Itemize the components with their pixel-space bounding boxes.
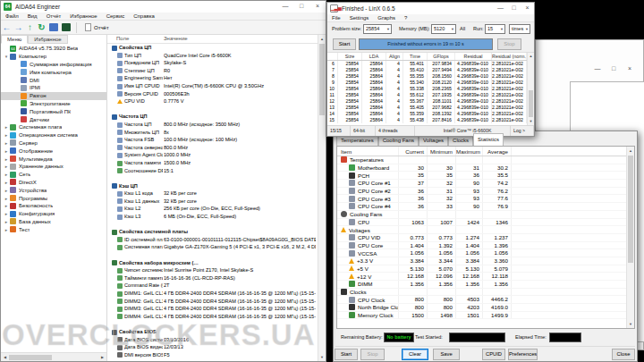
minimize-icon[interactable]: — [589, 63, 606, 75]
tab-statistics[interactable]: Statistics [473, 133, 504, 146]
close-icon[interactable]: × [521, 3, 534, 14]
tree-expander-icon[interactable]: ▸ [3, 180, 10, 185]
sidebar-item[interactable]: Разгон [1, 92, 106, 100]
table-row[interactable]: 112585425864455.612207.19354.296839e-010… [327, 92, 534, 98]
scrollbar-thumb[interactable] [319, 44, 325, 115]
memory-select[interactable]: 5120▼ [431, 24, 456, 34]
cpuid-button[interactable]: CPUID [482, 349, 505, 360]
maximize-icon[interactable]: □ [507, 3, 521, 14]
table-row[interactable]: 132585425864455.405207.96824.296839e-010… [327, 105, 534, 111]
maximize-icon[interactable]: □ [606, 63, 622, 75]
maximize-icon[interactable]: □ [293, 1, 309, 13]
statistics-section-row[interactable]: Cooling Fans [337, 211, 634, 219]
tree-expander-icon[interactable]: ▸ [3, 196, 10, 201]
tab-menu[interactable]: Меню [1, 35, 28, 44]
sidebar-item[interactable]: ▸Устройства [1, 186, 106, 194]
sidebar-hscrollbar[interactable]: ◀ ▶ [1, 352, 106, 361]
property-row[interactable]: Множитель ЦП8x [107, 129, 318, 137]
sidebar-item[interactable]: ▸Конфигурация [1, 210, 106, 218]
statistics-row[interactable]: DIMM1.3561.3561.3561.356 [337, 281, 634, 289]
property-row[interactable]: Системная платаGigabyte GA-Z170X-Gaming … [107, 243, 318, 251]
table-row[interactable]: 92585425864455.340208.21204.296839e-0102… [327, 80, 534, 86]
table-row[interactable]: 102585425864455.338208.23654.296839e-010… [327, 86, 534, 92]
property-row[interactable]: Степпинг ЦПR0 [107, 67, 318, 75]
property-row[interactable]: Кэш L1 данных32 КБ per core [107, 198, 318, 206]
sidebar-item[interactable]: ▸Системная плата [1, 123, 106, 131]
menu-item[interactable]: Сервис [102, 13, 130, 21]
tree-expander-icon[interactable]: ▸ [3, 124, 10, 130]
statistics-row[interactable]: CPU Core #336329377.6 [337, 195, 634, 203]
sidebar-item[interactable]: ▸База данных [1, 218, 106, 226]
property-row[interactable]: CPU VID0.7776 V [107, 97, 318, 105]
scrollbar-thumb[interactable] [628, 156, 633, 263]
property-row[interactable]: Тайминги памяти16-16-16-36 (CL-RCD-RP-RA… [107, 274, 318, 282]
run-count-select[interactable]: 15▼ [485, 24, 505, 34]
tree-expander-icon[interactable]: ▸ [3, 188, 10, 193]
sidebar-item[interactable]: Портативный ПК [1, 107, 106, 115]
statistics-row[interactable]: CPU Core1.4041.3921.4041.396 [337, 242, 634, 250]
tree-expander-icon[interactable]: ▸ [3, 132, 10, 138]
property-row[interactable]: ID системной платы63-0100-000001-0010111… [107, 236, 318, 244]
table-row[interactable]: 72585425864455.410207.94944.296839e-0102… [327, 67, 534, 73]
tree-expander-icon[interactable]: ▸ [3, 219, 10, 224]
statistics-row[interactable]: CPU Core #236319376.2 [337, 188, 634, 196]
menu-item[interactable]: Вид [23, 13, 42, 21]
property-row[interactable]: Command Rate (CR)2T [107, 282, 318, 290]
statistics-row[interactable]: CPU Clock80080045034466.2 [337, 296, 634, 304]
statistics-row[interactable]: +5 V5.1305.0705.1305.079 [337, 265, 634, 274]
menu-item[interactable]: Отчёт [42, 13, 66, 21]
statistics-scrollbar[interactable]: ▲ ▼ [626, 147, 634, 328]
scroll-up-icon[interactable]: ▲ [318, 35, 326, 43]
property-row[interactable]: Частота северного моста800.0 MHz [107, 144, 318, 152]
sidebar-item[interactable]: ▸Программы [1, 194, 106, 202]
sidebar-item[interactable]: Датчики [1, 115, 106, 123]
tree-expander-icon[interactable]: ▸ [3, 227, 10, 232]
section-row[interactable]: Свойства ЦП [107, 44, 318, 52]
menu-item[interactable]: Settings [345, 14, 374, 22]
section-row[interactable]: Свойства системной платы [107, 228, 318, 236]
property-row[interactable]: Тип ЦПQuadCore Intel Core i5-6600K [107, 52, 318, 60]
property-row[interactable]: Дата BIOS системы03/10/2016 [107, 336, 318, 344]
table-row[interactable]: 62585425864455.401207.98344.296839e-0102… [327, 61, 534, 67]
scroll-up-icon[interactable]: ▲ [627, 147, 634, 155]
property-row[interactable]: Соотношение DRAM:FSB15:1 [107, 167, 318, 175]
table-row[interactable]: 82585425864455.355208.15604.296839e-0102… [327, 73, 534, 80]
tree-expander-icon[interactable]: ▸ [3, 172, 10, 177]
minimize-icon[interactable]: — [277, 1, 293, 13]
stop-button[interactable]: Stop [497, 38, 521, 50]
report-button[interactable]: Отчёт [80, 21, 114, 33]
close-button[interactable]: Close [612, 349, 635, 360]
table-row[interactable]: 142585425864455.359208.13924.296839e-010… [327, 111, 534, 117]
start-button[interactable]: Start [333, 38, 356, 50]
tab-favorites[interactable]: Избранное [28, 35, 67, 44]
close-icon[interactable]: × [309, 1, 326, 13]
statistics-section-row[interactable]: Clocks [337, 289, 634, 297]
monitor-icon[interactable] [62, 23, 71, 31]
property-row[interactable]: DIMM2: GeIL CL16-16-16 D4…4 ГБ DDR4-2400… [107, 298, 318, 306]
table-row[interactable]: 152585425864455.438207.84164.296839e-010… [327, 117, 534, 123]
property-row[interactable]: Версия CPUID000506E3h [107, 90, 318, 98]
property-row[interactable]: Дата BIOS видеоадаптера12/03/13 [107, 343, 318, 351]
statistics-section-row[interactable]: Temperatures [337, 156, 634, 164]
run-units-select[interactable]: times▼ [509, 24, 530, 34]
property-row[interactable]: DMI версия BIOSF5 [107, 351, 318, 359]
section-row[interactable]: Частота ЦП [107, 113, 318, 121]
sidebar-item[interactable]: ▸Хранение данных [1, 163, 106, 171]
tree-expander-icon[interactable]: ▸ [3, 156, 10, 162]
property-row[interactable]: System Agent Clock1000.0 MHz [107, 151, 318, 159]
sidebar-item[interactable]: 64AIDA64 v5.75.3920 Beta [1, 45, 106, 53]
tree-expander-icon[interactable]: ▸ [3, 203, 10, 208]
sidebar-item[interactable]: ▾Компьютер [1, 53, 106, 61]
sidebar-item[interactable]: Суммарная информация [1, 61, 106, 69]
property-row[interactable]: Частота FSB100.0 MHz (исходное: 100 MHz) [107, 136, 318, 144]
close-icon[interactable]: × [622, 63, 638, 75]
property-row[interactable]: DIMM1: GeIL CL16-16-16 D4…4 ГБ DDR4-2400… [107, 290, 318, 298]
sidebar-item[interactable]: ▸Мультимедиа [1, 155, 106, 163]
statusbar-cell[interactable]: Log > [511, 126, 534, 136]
scroll-down-icon[interactable]: ▼ [528, 118, 534, 125]
scroll-left-icon[interactable]: ◀ [1, 355, 9, 359]
tree-expander-icon[interactable]: ▾ [3, 54, 10, 59]
scroll-down-icon[interactable]: ▼ [318, 353, 326, 361]
section-row[interactable]: Свойства набора микросхем (… [107, 259, 318, 267]
statistics-row[interactable]: North Bridge Clock80080042034169.0 [337, 304, 634, 312]
